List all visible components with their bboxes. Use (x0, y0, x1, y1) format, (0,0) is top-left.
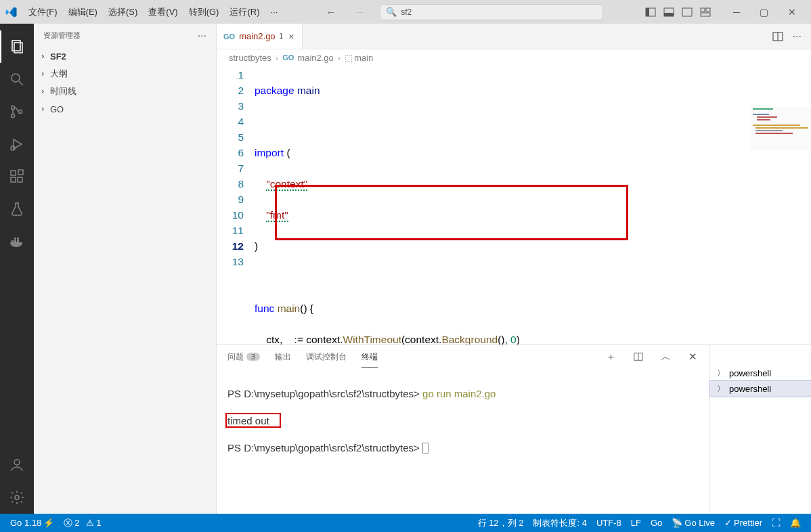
editor-area: GO main2.go 1 × ··· structbytes › GO mai… (217, 24, 811, 514)
status-bell[interactable]: 🔔 (785, 514, 806, 532)
terminal-item[interactable]: 〉powershell (710, 365, 811, 381)
sidebar-header: 资源管理器 ··· (34, 24, 216, 47)
minimap[interactable] (750, 107, 811, 150)
tab-filename: main2.go (239, 31, 275, 41)
status-prettier[interactable]: ✓Prettier (720, 514, 767, 532)
svg-rect-37 (755, 130, 783, 131)
sidebar: 资源管理器 ··· ›SF2 ›大纲 ›时间线 ›GO (34, 24, 217, 514)
layout-bottom-icon[interactable] (660, 4, 678, 20)
chevron-right-icon: › (38, 51, 47, 61)
layout-right-icon[interactable] (678, 4, 696, 20)
menu-run[interactable]: 运行(R) (224, 3, 265, 21)
menu-goto[interactable]: 转到(G) (183, 3, 225, 21)
sidebar-item-outline[interactable]: ›大纲 (34, 65, 216, 83)
symbol-icon: ⬚ (345, 53, 353, 63)
svg-rect-3 (664, 13, 674, 16)
sidebar-item-sf2[interactable]: ›SF2 (34, 47, 216, 65)
svg-point-26 (14, 460, 20, 465)
panel-tab-output[interactable]: 输出 (275, 347, 291, 367)
status-cursor-pos[interactable]: 行 12，列 2 (473, 514, 529, 532)
bell-icon: 🔔 (790, 518, 801, 528)
status-errors[interactable]: ⓧ2 ⚠1 (59, 514, 106, 532)
breadcrumb-file[interactable]: main2.go (297, 53, 333, 63)
minimize-button[interactable]: ─ (724, 3, 749, 22)
activity-account[interactable] (0, 449, 34, 481)
panel-tab-terminal[interactable]: 终端 (361, 347, 378, 368)
maximize-button[interactable]: ▢ (750, 3, 778, 22)
code-editor[interactable]: 12345678910111213 package main import ( … (217, 66, 811, 345)
status-go-version[interactable]: Go 1.18⚡ (5, 514, 59, 532)
status-eol[interactable]: LF (626, 514, 646, 532)
svg-rect-18 (11, 177, 16, 182)
new-terminal-icon[interactable]: ＋ (605, 349, 617, 365)
layout-left-icon[interactable] (642, 4, 659, 20)
command-search[interactable]: 🔍 sf2 (380, 4, 603, 20)
svg-point-27 (15, 495, 19, 500)
maximize-panel-icon[interactable]: ︿ (659, 349, 672, 365)
status-encoding[interactable]: UTF-8 (592, 514, 626, 532)
svg-rect-1 (646, 8, 649, 16)
search-icon: 🔍 (386, 7, 397, 17)
nav-back-icon[interactable]: ← (322, 5, 340, 19)
sidebar-more-icon[interactable]: ··· (198, 30, 206, 42)
svg-rect-7 (701, 13, 710, 16)
breadcrumb-sep: › (338, 53, 341, 63)
svg-point-14 (19, 110, 22, 114)
menu-select[interactable]: 选择(S) (103, 3, 143, 21)
close-panel-icon[interactable]: ✕ (687, 349, 699, 364)
menu-file[interactable]: 文件(F) (23, 3, 63, 21)
warning-icon: ⚠ (86, 518, 94, 528)
layout-custom-icon[interactable] (697, 4, 714, 20)
search-text: sf2 (401, 7, 412, 17)
svg-rect-17 (11, 171, 16, 175)
menu-more[interactable]: ··· (265, 4, 283, 20)
close-button[interactable]: ✕ (779, 3, 806, 22)
error-icon: ⓧ (64, 517, 72, 529)
breadcrumb-symbol[interactable]: main (354, 53, 373, 63)
panel-tab-debug[interactable]: 调试控制台 (306, 347, 347, 367)
svg-rect-35 (753, 125, 800, 126)
terminal-item[interactable]: 〉powershell (710, 381, 811, 397)
tab-main2[interactable]: GO main2.go 1 × (217, 24, 303, 49)
svg-rect-19 (18, 177, 22, 182)
status-feedback[interactable]: ⛶ (767, 514, 785, 532)
title-center: ← → 🔍 sf2 (283, 4, 642, 20)
nav-fwd-icon[interactable]: → (351, 5, 369, 19)
sidebar-item-label: SF2 (50, 51, 66, 62)
breadcrumb[interactable]: structbytes › GO main2.go › ⬚ main (217, 49, 811, 66)
sidebar-item-timeline[interactable]: ›时间线 (34, 83, 216, 100)
svg-rect-33 (757, 116, 777, 118)
tab-close-icon[interactable]: × (287, 31, 295, 42)
activity-extensions[interactable] (0, 160, 34, 193)
more-actions-icon[interactable]: ··· (793, 30, 802, 43)
menu-edit[interactable]: 编辑(E) (63, 3, 103, 21)
breadcrumb-folder[interactable]: structbytes (229, 53, 271, 63)
panel-tab-problems[interactable]: 问题3 (227, 347, 260, 367)
activity-scm[interactable] (0, 95, 34, 128)
activity-search[interactable] (0, 63, 34, 95)
status-golive[interactable]: 📡Go Live (667, 514, 720, 532)
svg-rect-25 (17, 238, 19, 240)
activity-docker[interactable] (0, 225, 34, 258)
terminal[interactable]: PS D:\mysetup\gopath\src\sf2\structbytes… (217, 368, 709, 514)
sidebar-item-go[interactable]: ›GO (34, 100, 216, 118)
svg-rect-21 (12, 240, 14, 242)
split-terminal-icon[interactable] (632, 351, 644, 363)
tab-unsaved-indicator: 1 (280, 32, 284, 40)
status-language[interactable]: Go (646, 514, 667, 532)
code-content[interactable]: package main import ( "context" "fmt" ) … (255, 66, 811, 345)
check-icon: ✓ (724, 518, 732, 528)
svg-point-12 (12, 106, 15, 110)
svg-rect-32 (753, 114, 769, 115)
activity-testing[interactable] (0, 193, 34, 225)
svg-point-10 (12, 74, 20, 82)
sidebar-item-label: 大纲 (50, 68, 68, 80)
svg-rect-5 (701, 8, 705, 12)
menu-view[interactable]: 查看(V) (143, 3, 183, 21)
activity-explorer[interactable] (0, 30, 34, 63)
activity-debug[interactable] (0, 128, 34, 160)
split-editor-icon[interactable] (772, 31, 783, 42)
status-indent[interactable]: 制表符长度: 4 (528, 514, 591, 532)
activity-settings[interactable] (0, 481, 34, 514)
svg-point-13 (12, 114, 15, 118)
